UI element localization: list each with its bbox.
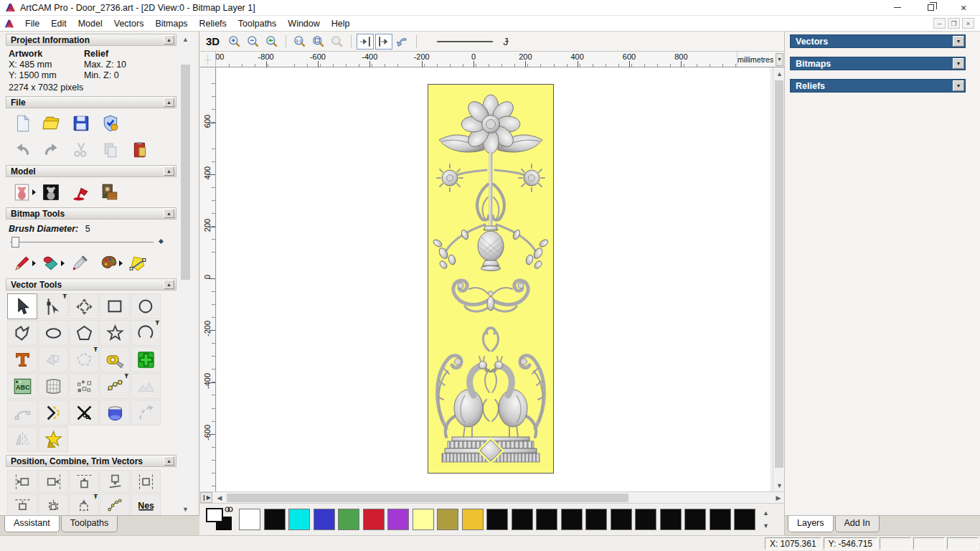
- colour-swatch-3[interactable]: [314, 509, 335, 530]
- tab-add-in[interactable]: Add In: [835, 516, 880, 532]
- assistant-scrollbar[interactable]: ▲ ▼: [179, 33, 192, 515]
- zoom-one-button[interactable]: 1:1: [291, 34, 308, 50]
- scroll-left-icon[interactable]: ◀: [214, 492, 225, 503]
- expand-reliefs-button[interactable]: ▼: [953, 80, 964, 91]
- menu-reliefs[interactable]: Reliefs: [194, 17, 232, 30]
- colour-swatch-11[interactable]: [512, 509, 533, 530]
- collapse-project-info-button[interactable]: ▲: [164, 35, 174, 44]
- freehand-button[interactable]: [7, 320, 37, 346]
- mdi-minimize-button[interactable]: –: [933, 18, 946, 29]
- nest-button[interactable]: Nes: [131, 494, 161, 515]
- colour-swatch-7[interactable]: [413, 509, 434, 530]
- collapse-file-button[interactable]: ▲: [164, 98, 174, 107]
- primary-colour[interactable]: [206, 508, 223, 522]
- menu-model[interactable]: Model: [72, 17, 108, 30]
- align-center-button[interactable]: [131, 470, 161, 493]
- colour-swatch-8[interactable]: [437, 509, 458, 530]
- menu-vectors[interactable]: Vectors: [108, 17, 150, 30]
- scroll-right-icon[interactable]: ▶: [773, 492, 784, 503]
- bitmap-to-vector-button[interactable]: [123, 251, 152, 275]
- slider-handle[interactable]: [11, 237, 19, 248]
- expand-vectors-button[interactable]: ▼: [953, 36, 964, 47]
- menu-toolpaths[interactable]: Toolpaths: [232, 17, 283, 30]
- colour-swatch-6[interactable]: [387, 509, 409, 530]
- wrap-star-button[interactable]: [38, 426, 68, 452]
- expand-bitmaps-button[interactable]: ▼: [953, 58, 964, 69]
- greyscale-model-button[interactable]: [7, 180, 37, 204]
- collapse-position-button[interactable]: ▲: [164, 456, 174, 466]
- colour-swatch-4[interactable]: [338, 509, 359, 530]
- undo-button[interactable]: [7, 138, 37, 161]
- paint-button[interactable]: [7, 251, 37, 275]
- align-top2-button[interactable]: [7, 494, 37, 515]
- circle-button[interactable]: [131, 293, 161, 319]
- colour-swatch-16[interactable]: [635, 509, 656, 530]
- mdi-restore-button[interactable]: ❐: [948, 18, 960, 29]
- align-top-button[interactable]: [69, 470, 99, 493]
- select-button[interactable]: [7, 293, 37, 319]
- colour-swatch-13[interactable]: [561, 509, 583, 530]
- panel-toggle-button[interactable]: ❙▶: [200, 492, 212, 503]
- tab-layers[interactable]: Layers: [788, 516, 834, 532]
- arc-button[interactable]: Ŧ: [131, 320, 161, 346]
- relief-artwork[interactable]: [428, 84, 554, 474]
- restore-button[interactable]: [914, 0, 947, 16]
- transform-button[interactable]: [69, 293, 99, 319]
- scatter-button[interactable]: [100, 494, 130, 515]
- pan-view-button[interactable]: [394, 34, 411, 50]
- scrollbar-thumb[interactable]: [181, 65, 190, 280]
- colour-swatch-12[interactable]: [536, 509, 557, 530]
- save-file-button[interactable]: [66, 111, 95, 135]
- colour-swatch-9[interactable]: [462, 509, 484, 530]
- drawing-canvas[interactable]: [217, 67, 770, 491]
- zoom-fit-button[interactable]: [310, 34, 327, 50]
- canvas-horizontal-scrollbar[interactable]: ❙▶ ◀ ▶: [200, 491, 784, 503]
- menu-edit[interactable]: Edit: [45, 17, 72, 30]
- fit-arcs-button[interactable]: Ŧ: [100, 373, 130, 399]
- menu-file[interactable]: File: [19, 17, 45, 30]
- measure-button[interactable]: [100, 347, 130, 372]
- text-abc-button[interactable]: ABC: [7, 373, 37, 399]
- scroll-up-icon[interactable]: ▲: [179, 33, 192, 45]
- colour-swatch-18[interactable]: [684, 509, 706, 530]
- scrollbar-thumb[interactable]: [775, 80, 783, 468]
- align-mid-button[interactable]: [38, 494, 68, 515]
- trim-button[interactable]: [69, 400, 99, 425]
- new-file-button[interactable]: [7, 111, 37, 135]
- collapse-vector-tools-button[interactable]: ▲: [164, 280, 174, 289]
- colour-swatch-19[interactable]: [710, 509, 731, 530]
- align-pin-button[interactable]: Ŧ: [69, 494, 99, 515]
- tab-toolpaths[interactable]: Toolpaths: [61, 516, 118, 532]
- zoom-previous-button[interactable]: [263, 34, 281, 50]
- colour-picker-button[interactable]: [65, 251, 94, 275]
- colour-swatch-15[interactable]: [611, 509, 632, 530]
- scrollbar-thumb[interactable]: [227, 494, 628, 502]
- snap-out-button[interactable]: [375, 34, 392, 50]
- redo-button[interactable]: [37, 138, 66, 161]
- model-check-button[interactable]: [95, 111, 125, 135]
- colour-swatch-20[interactable]: [734, 509, 755, 530]
- palette-scroll-up-icon[interactable]: ▲: [760, 508, 772, 518]
- open-file-button[interactable]: [37, 111, 66, 135]
- zoom-out-button[interactable]: [245, 34, 262, 50]
- minimize-button[interactable]: [881, 0, 914, 16]
- texture-relief-button[interactable]: [95, 180, 124, 204]
- colour-swatch-1[interactable]: [264, 509, 286, 530]
- align-left-button[interactable]: [7, 470, 37, 493]
- light-material-button[interactable]: [65, 180, 95, 204]
- tab-assistant[interactable]: Assistant: [4, 516, 60, 532]
- extrude-button[interactable]: [100, 400, 130, 425]
- colour-swatch-0[interactable]: [239, 509, 260, 530]
- menu-window[interactable]: Window: [282, 17, 325, 30]
- ruler-units-dropdown[interactable]: ▼: [776, 53, 783, 66]
- text-button[interactable]: [7, 347, 37, 372]
- zoom-in-button[interactable]: [226, 34, 243, 50]
- toggle-3d-view-button[interactable]: 3D: [206, 35, 220, 47]
- menu-bitmaps[interactable]: Bitmaps: [149, 17, 193, 30]
- align-right-button[interactable]: [38, 470, 68, 493]
- block-copy-button[interactable]: [69, 373, 99, 399]
- collapse-bitmap-tools-button[interactable]: ▲: [164, 209, 174, 218]
- colour-swatch-17[interactable]: [660, 509, 682, 530]
- colour-swatch-2[interactable]: [288, 509, 310, 530]
- polygon-button[interactable]: [69, 320, 99, 346]
